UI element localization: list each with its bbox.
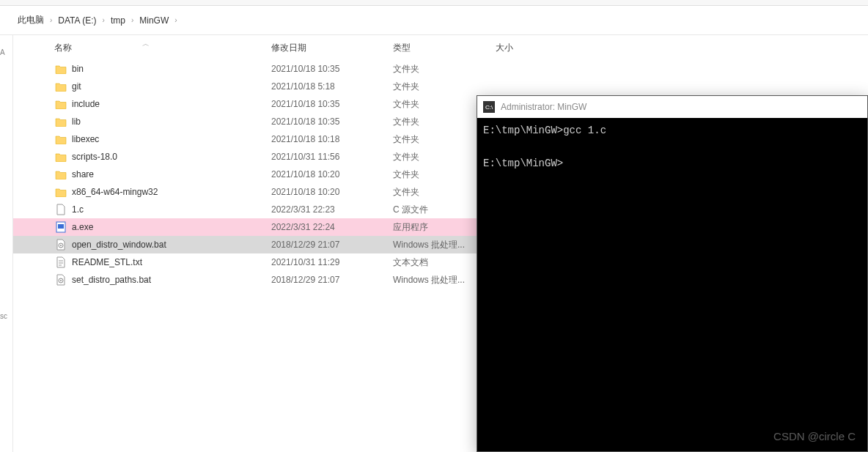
nav-tree-char: sc [0, 302, 12, 331]
folder-icon [54, 98, 67, 110]
file-date: 2021/10/18 10:35 [271, 116, 393, 127]
file-date: 2021/10/18 5:18 [271, 81, 393, 92]
file-name: share [72, 169, 271, 179]
txt-icon [54, 256, 67, 268]
file-name: include [72, 99, 271, 109]
file-name: scripts-18.0 [72, 152, 271, 162]
bat-icon [54, 239, 67, 251]
file-date: 2022/3/31 22:23 [271, 204, 393, 215]
file-type: 文件夹 [393, 63, 496, 75]
exe-icon [54, 221, 67, 233]
file-date: 2022/3/31 22:24 [271, 222, 393, 232]
column-header-size[interactable]: 大小 [496, 42, 569, 54]
sort-indicator-icon: ︿ [142, 39, 150, 49]
breadcrumb-item[interactable]: tmp [108, 12, 128, 29]
terminal-body[interactable]: E:\tmp\MinGW>gcc 1.c E:\tmp\MinGW> [477, 118, 867, 176]
breadcrumb-item[interactable]: 此电脑 [15, 11, 47, 29]
file-date: 2021/10/18 10:20 [271, 169, 393, 179]
chevron-right-icon: › [100, 16, 108, 24]
bat-icon [54, 274, 67, 286]
file-date: 2018/12/29 21:07 [271, 275, 393, 285]
cmd-icon: C:\ [483, 101, 495, 113]
terminal-titlebar[interactable]: C:\ Administrator: MinGW [477, 96, 867, 118]
file-name: libexec [72, 134, 271, 144]
terminal-window[interactable]: C:\ Administrator: MinGW E:\tmp\MinGW>gc… [477, 95, 868, 452]
file-icon [54, 204, 67, 215]
folder-icon [54, 133, 67, 145]
file-date: 2021/10/18 10:35 [271, 99, 393, 109]
nav-tree-char: A [0, 38, 12, 67]
file-name: x86_64-w64-mingw32 [72, 187, 271, 197]
file-date: 2021/10/31 11:29 [271, 257, 393, 267]
file-name: README_STL.txt [72, 257, 271, 267]
file-name: open_distro_window.bat [72, 240, 271, 250]
nav-tree-collapsed[interactable]: A sc [0, 35, 13, 452]
column-header-name[interactable]: 名称 ︿ [54, 42, 271, 54]
column-header-type[interactable]: 类型 [393, 42, 496, 54]
file-date: 2021/10/18 10:18 [271, 134, 393, 144]
file-name: a.exe [72, 222, 271, 232]
column-header-date[interactable]: 修改日期 [271, 42, 393, 54]
file-date: 2021/10/31 11:56 [271, 152, 393, 162]
column-headers: 名称 ︿ 修改日期 类型 大小 [13, 35, 868, 60]
folder-icon [54, 186, 67, 198]
breadcrumb-item[interactable]: MinGW [136, 12, 172, 29]
folder-icon [54, 81, 67, 92]
file-date: 2021/10/18 10:35 [271, 64, 393, 74]
file-type: 文件夹 [393, 81, 496, 93]
column-label: 名称 [54, 42, 72, 53]
breadcrumb-item[interactable]: DATA (E:) [55, 12, 99, 29]
breadcrumb[interactable]: 此电脑 › DATA (E:) › tmp › MinGW › [0, 6, 868, 35]
file-date: 2021/10/18 10:20 [271, 187, 393, 197]
file-name: lib [72, 116, 271, 127]
file-date: 2018/12/29 21:07 [271, 240, 393, 250]
folder-icon [54, 168, 67, 180]
file-name: 1.c [72, 204, 271, 215]
folder-icon [54, 116, 67, 127]
folder-icon [54, 63, 67, 75]
window-top-strip [0, 0, 868, 6]
chevron-right-icon: › [128, 16, 136, 24]
file-name: set_distro_paths.bat [72, 275, 271, 285]
chevron-right-icon: › [47, 16, 55, 24]
file-name: git [72, 81, 271, 92]
terminal-title-text: Administrator: MinGW [501, 102, 586, 112]
table-row[interactable]: bin2021/10/18 10:35文件夹 [13, 60, 868, 78]
folder-icon [54, 151, 67, 163]
chevron-right-icon: › [172, 16, 180, 24]
file-name: bin [72, 64, 271, 74]
table-row[interactable]: git2021/10/18 5:18文件夹 [13, 78, 868, 95]
watermark: CSDN @circle C [773, 430, 856, 442]
